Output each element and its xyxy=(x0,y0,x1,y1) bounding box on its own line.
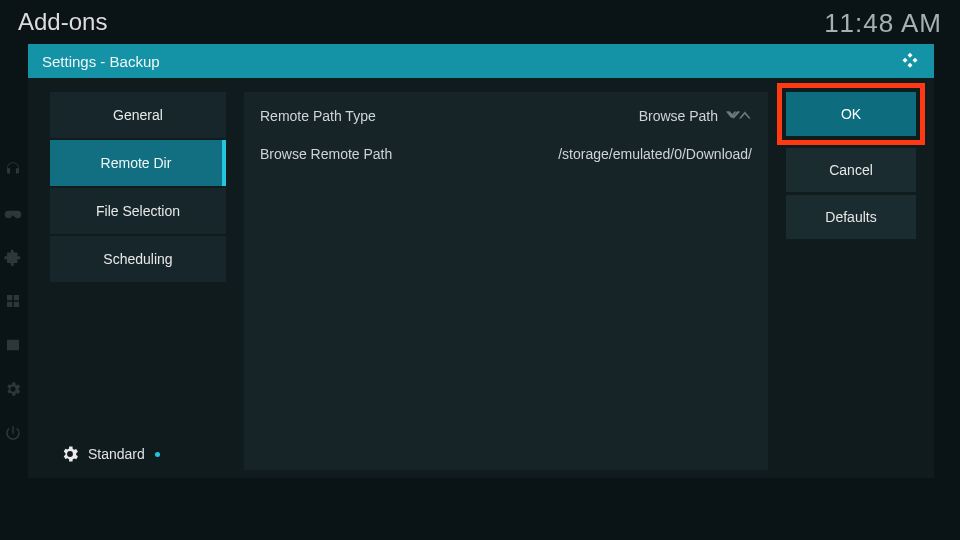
setting-remote-path-type[interactable]: Remote Path Type Browse Path xyxy=(260,104,752,128)
cancel-button[interactable]: Cancel xyxy=(786,148,916,192)
setting-value-text: Browse Path xyxy=(639,108,718,124)
dialog-body: General Remote Dir File Selection Schedu… xyxy=(28,78,934,478)
topbar: Add-ons 11:48 AM xyxy=(0,0,960,40)
setting-label: Remote Path Type xyxy=(260,108,376,124)
ok-button[interactable]: OK xyxy=(786,92,916,136)
settings-level-label: Standard xyxy=(88,446,145,462)
dialog-actions: OK Cancel Defaults xyxy=(786,92,916,470)
button-label: OK xyxy=(841,106,861,122)
button-label: Defaults xyxy=(825,209,876,225)
nav-item-general[interactable]: General xyxy=(50,92,226,138)
defaults-button[interactable]: Defaults xyxy=(786,195,916,239)
button-label: Cancel xyxy=(829,162,873,178)
setting-value: /storage/emulated/0/Download/ xyxy=(558,146,752,162)
settings-dialog: Settings - Backup General Remote Dir Fil… xyxy=(28,44,934,478)
nav-item-remote-dir[interactable]: Remote Dir xyxy=(50,140,226,186)
settings-main-panel: Remote Path Type Browse Path Browse Remo… xyxy=(244,92,768,470)
game-controller-icon xyxy=(4,204,22,222)
settings-level-indicator xyxy=(155,452,160,457)
nav-item-label: File Selection xyxy=(96,203,180,219)
nav-item-label: Scheduling xyxy=(103,251,172,267)
spinner-arrows-icon xyxy=(726,109,752,123)
page-title: Add-ons xyxy=(18,8,107,36)
dialog-title: Settings - Backup xyxy=(42,53,160,70)
kodi-logo-icon xyxy=(900,51,920,71)
setting-label: Browse Remote Path xyxy=(260,146,392,162)
addons-puzzle-icon xyxy=(4,248,22,266)
left-column: General Remote Dir File Selection Schedu… xyxy=(50,92,226,470)
nav-item-file-selection[interactable]: File Selection xyxy=(50,188,226,234)
gear-icon xyxy=(60,444,80,464)
settings-nav: General Remote Dir File Selection Schedu… xyxy=(50,92,226,282)
setting-value: Browse Path xyxy=(639,108,752,124)
setting-browse-remote-path[interactable]: Browse Remote Path /storage/emulated/0/D… xyxy=(260,142,752,166)
headphones-icon xyxy=(4,160,22,178)
power-icon xyxy=(4,424,22,442)
nav-item-label: General xyxy=(113,107,163,123)
setting-value-text: /storage/emulated/0/Download/ xyxy=(558,146,752,162)
settings-icon xyxy=(4,380,22,398)
pictures-icon xyxy=(4,336,22,354)
nav-item-scheduling[interactable]: Scheduling xyxy=(50,236,226,282)
side-menu-icons xyxy=(0,160,26,442)
dialog-header: Settings - Backup xyxy=(28,44,934,78)
clock: 11:48 AM xyxy=(824,8,942,39)
settings-level-toggle[interactable]: Standard xyxy=(50,438,226,470)
ok-highlight-annotation: OK xyxy=(777,83,925,145)
nav-item-label: Remote Dir xyxy=(101,155,172,171)
apps-icon xyxy=(4,292,22,310)
